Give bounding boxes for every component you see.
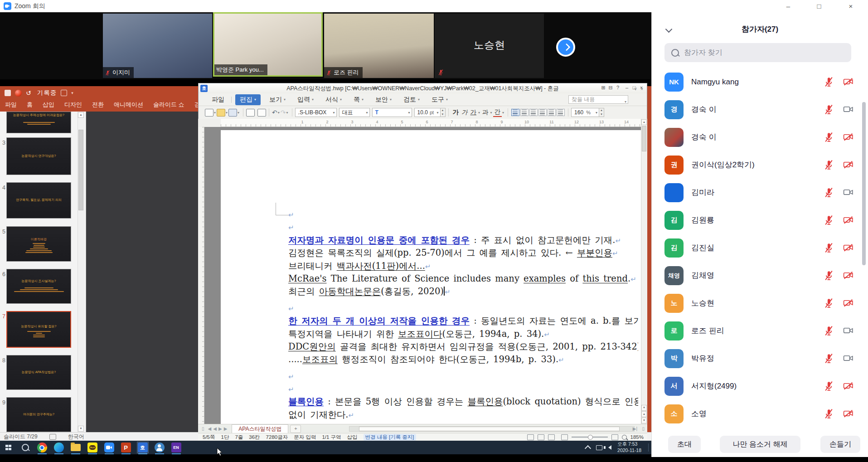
align-center-button[interactable]	[529, 109, 538, 116]
horizontal-scroll-thumb[interactable]	[359, 427, 620, 431]
menu-input[interactable]: 입력▾	[291, 94, 320, 105]
prev-tab-icon[interactable]: ◀	[213, 426, 217, 431]
display-icon[interactable]	[596, 445, 602, 450]
participant-row[interactable]: 경숙 이	[652, 123, 868, 151]
document-text[interactable]: ↵ ↵ 저자명과 자료명이 인용문 중에 포함된 경우 : 주 표시 없이 참고…	[288, 208, 638, 421]
participant-row[interactable]: 소 소영	[652, 400, 868, 428]
chevron-down-icon[interactable]: ▾	[625, 98, 626, 106]
chevron-down-icon[interactable]: ▾	[286, 111, 288, 115]
save-icon[interactable]	[228, 109, 237, 117]
window-maximize-button[interactable]: □	[809, 0, 829, 12]
slide-thumbnail-4[interactable]: 연구목적, 필요성, 문제제기 의의	[6, 182, 71, 219]
video-tile-2-active-speaker[interactable]: 박영준 Park you...	[213, 12, 323, 77]
mic-off-icon[interactable]	[823, 353, 834, 364]
taskbar-kakaotalk[interactable]: TALK	[87, 442, 98, 453]
ppt-tab-slideshow[interactable]: 슬라이드 쇼	[148, 101, 189, 112]
taskbar-file-explorer[interactable]	[70, 442, 81, 453]
hwp-scroll-thumb[interactable]	[642, 126, 646, 151]
camera-off-icon[interactable]	[842, 131, 854, 143]
taskbar-chrome[interactable]	[37, 442, 48, 453]
taskbar-people-app[interactable]	[154, 442, 165, 453]
font-size-stepper[interactable]: ▲▼	[441, 108, 446, 117]
document-tab[interactable]: APA스타일작성법	[232, 424, 288, 433]
camera-on-icon[interactable]	[842, 325, 854, 336]
language-indicator[interactable]: 한국어	[68, 433, 84, 441]
zoom-stepper[interactable]: ▲▼	[599, 108, 604, 117]
bold-button[interactable]: 가	[451, 108, 461, 117]
align-right-button[interactable]	[538, 109, 547, 116]
underline-button[interactable]: 가	[469, 108, 478, 117]
participant-row[interactable]: 노 노승현	[652, 289, 868, 317]
start-button[interactable]	[3, 442, 14, 453]
participant-row[interactable]: 채영 김채영	[652, 262, 868, 289]
mic-off-icon[interactable]	[823, 76, 834, 88]
ppt-tab-insert[interactable]: 삽입	[38, 101, 59, 112]
ppt-tab-design[interactable]: 디자인	[59, 101, 87, 112]
video-tile-1[interactable]: 이지미	[103, 14, 212, 78]
camera-off-icon[interactable]	[842, 270, 854, 281]
camera-on-icon[interactable]	[842, 187, 854, 198]
hwp-vertical-scrollbar[interactable]	[641, 119, 647, 424]
slide-thumbnail-7-selected[interactable]: 논문작성시 유의할 점은?	[6, 311, 71, 348]
slide-thumbnail-6[interactable]: 논문작성시 조사설계는?	[6, 269, 71, 304]
mic-off-icon[interactable]	[823, 270, 834, 281]
scroll-up-icon[interactable]: ▲	[641, 119, 647, 125]
print-icon[interactable]	[246, 109, 255, 117]
view-zoom-value[interactable]: 185%	[630, 434, 644, 440]
align-distribute-button[interactable]	[548, 109, 556, 116]
chevron-down-icon[interactable]: ▾	[278, 111, 280, 115]
scroll-up-icon[interactable]: ▲	[78, 112, 84, 118]
window-minimize-button[interactable]: –	[778, 0, 799, 12]
taskbar-edge[interactable]	[53, 442, 64, 453]
speaker-icon[interactable]	[608, 445, 611, 450]
tray-clock[interactable]: 오후 7:53 2020-11-18	[617, 441, 641, 453]
find-input[interactable]: 찾을 내용 ▾	[568, 95, 628, 104]
participant-row[interactable]: 로 로즈 핀리	[652, 317, 868, 345]
font-dropdown[interactable]: T▾	[372, 108, 412, 117]
align-left-button[interactable]	[520, 109, 529, 116]
view-mode-3-icon[interactable]	[548, 434, 555, 440]
participant-row[interactable]: 김미라	[652, 179, 868, 206]
undo-icon[interactable]: ↺	[26, 89, 31, 97]
camera-off-icon[interactable]	[842, 159, 854, 170]
chevron-down-icon[interactable]: ▾	[478, 111, 480, 115]
video-tile-4-camera-off[interactable]: 노승현	[435, 14, 544, 78]
split-view-icon[interactable]: ▯	[642, 426, 645, 431]
participant-row[interactable]: 박 박유정	[652, 345, 868, 372]
participant-search-input[interactable]: 참가자 찾기	[664, 43, 851, 62]
view-mode-2-icon[interactable]	[538, 434, 544, 440]
participant-row[interactable]: 경 경숙 이	[652, 96, 868, 123]
next-tab-icon[interactable]: ▶	[218, 426, 222, 431]
chevron-down-icon[interactable]: ▾	[238, 111, 239, 115]
ppt-tab-transitions[interactable]: 전환	[87, 101, 109, 112]
participant-row[interactable]: NK Namgyu kang	[652, 68, 868, 96]
taskbar-zoom[interactable]	[104, 442, 115, 453]
zoom-dropdown[interactable]: 160%▾	[571, 108, 599, 117]
camera-off-icon[interactable]	[842, 297, 854, 309]
participant-row[interactable]: 김 김진실	[652, 234, 868, 262]
slide-thumbnail-5[interactable]: 이론적배경	[6, 226, 71, 262]
camera-off-icon[interactable]	[842, 214, 854, 226]
camera-off-icon[interactable]	[842, 380, 854, 392]
menu-view[interactable]: 보기▾	[263, 94, 291, 105]
window-close-button[interactable]: ×	[840, 0, 861, 12]
participant-row[interactable]: 권 권이삭(임상2학기)	[652, 151, 868, 179]
style-preset-dropdown[interactable]: .S-LIB-BOX▾	[295, 108, 337, 117]
mic-off-icon[interactable]	[823, 380, 834, 392]
ppt-tab-animations[interactable]: 애니메이션	[109, 101, 148, 112]
pin-icon[interactable]	[61, 90, 67, 96]
open-document-icon[interactable]	[217, 109, 225, 117]
camera-on-icon[interactable]	[842, 104, 854, 115]
menu-security[interactable]: 보안▾	[369, 94, 398, 105]
italic-button[interactable]: 가	[460, 108, 469, 117]
camera-off-icon[interactable]	[842, 408, 854, 419]
slide-thumbnail-3[interactable]: 논문작성시 연구대상은?	[6, 137, 71, 175]
tab-list-icon[interactable]: ▯	[202, 426, 204, 431]
unmute-me-button[interactable]: 나만 음소거 해제	[720, 436, 800, 453]
font-size-dropdown[interactable]: 10.0pt▾	[414, 108, 441, 117]
show-desktop-divider[interactable]	[648, 443, 649, 452]
qat-dropdown-icon[interactable]: ▾	[71, 91, 73, 95]
taskbar-search-button[interactable]	[20, 442, 31, 453]
scroll-down-icon[interactable]: ▼	[78, 426, 84, 432]
scroll-down-icon[interactable]: ▼	[641, 405, 647, 411]
